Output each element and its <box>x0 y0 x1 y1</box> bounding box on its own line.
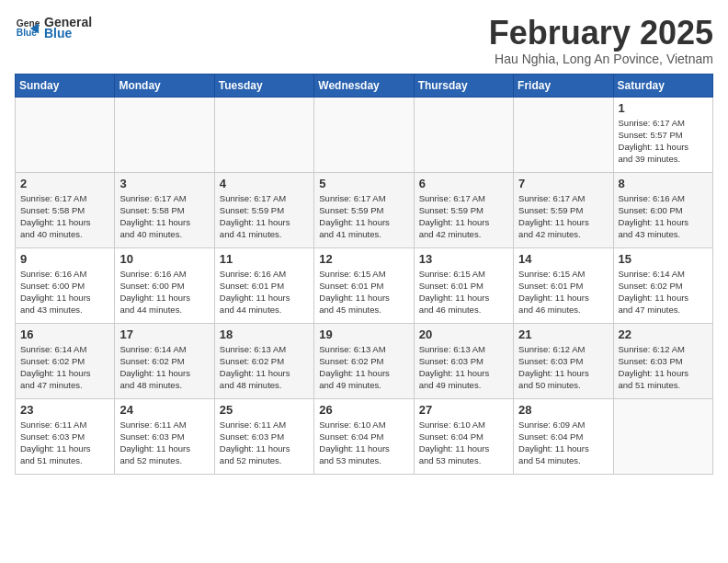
weekday-header-row: SundayMondayTuesdayWednesdayThursdayFrid… <box>16 74 713 97</box>
calendar-cell: 2Sunrise: 6:17 AM Sunset: 5:58 PM Daylig… <box>16 172 115 247</box>
day-info: Sunrise: 6:10 AM Sunset: 6:04 PM Dayligh… <box>319 419 408 467</box>
day-info: Sunrise: 6:17 AM Sunset: 5:58 PM Dayligh… <box>20 192 109 241</box>
day-number: 2 <box>20 177 109 190</box>
day-info: Sunrise: 6:15 AM Sunset: 6:01 PM Dayligh… <box>419 268 508 316</box>
day-number: 21 <box>518 327 608 341</box>
calendar-week-5: 23Sunrise: 6:11 AM Sunset: 6:03 PM Dayli… <box>16 398 713 474</box>
calendar-cell: 13Sunrise: 6:15 AM Sunset: 6:01 PM Dayli… <box>414 247 513 323</box>
calendar-cell: 22Sunrise: 6:12 AM Sunset: 6:03 PM Dayli… <box>613 323 712 398</box>
day-number: 18 <box>220 327 309 341</box>
month-title: February 2025 <box>489 15 713 52</box>
calendar-cell: 10Sunrise: 6:16 AM Sunset: 6:00 PM Dayli… <box>115 247 214 323</box>
day-info: Sunrise: 6:17 AM Sunset: 5:59 PM Dayligh… <box>518 192 608 241</box>
calendar-cell: 20Sunrise: 6:13 AM Sunset: 6:03 PM Dayli… <box>414 323 513 398</box>
day-number: 25 <box>220 403 309 417</box>
calendar-week-4: 16Sunrise: 6:14 AM Sunset: 6:02 PM Dayli… <box>16 323 713 398</box>
day-info: Sunrise: 6:16 AM Sunset: 6:00 PM Dayligh… <box>119 268 209 316</box>
svg-text:Blue: Blue <box>17 28 38 38</box>
day-info: Sunrise: 6:16 AM Sunset: 6:01 PM Dayligh… <box>220 268 309 316</box>
day-number: 6 <box>419 177 508 190</box>
day-number: 14 <box>518 252 608 266</box>
calendar-cell: 15Sunrise: 6:14 AM Sunset: 6:02 PM Dayli… <box>613 247 712 323</box>
calendar-cell: 11Sunrise: 6:16 AM Sunset: 6:01 PM Dayli… <box>214 247 313 323</box>
day-number: 9 <box>20 252 109 266</box>
calendar-cell: 4Sunrise: 6:17 AM Sunset: 5:59 PM Daylig… <box>214 172 313 247</box>
calendar-cell <box>514 97 613 172</box>
day-number: 7 <box>518 177 608 190</box>
calendar-cell <box>214 97 313 172</box>
day-number: 17 <box>119 327 209 341</box>
day-number: 28 <box>518 403 608 417</box>
day-info: Sunrise: 6:16 AM Sunset: 6:00 PM Dayligh… <box>619 192 708 241</box>
day-number: 22 <box>619 327 708 341</box>
day-info: Sunrise: 6:15 AM Sunset: 6:01 PM Dayligh… <box>319 268 408 316</box>
logo: General Blue General Blue <box>15 15 92 40</box>
weekday-header-saturday: Saturday <box>613 74 712 97</box>
day-info: Sunrise: 6:13 AM Sunset: 6:03 PM Dayligh… <box>419 343 508 392</box>
day-info: Sunrise: 6:11 AM Sunset: 6:03 PM Dayligh… <box>119 419 209 467</box>
day-number: 11 <box>220 252 309 266</box>
calendar-cell <box>613 398 712 474</box>
weekday-header-tuesday: Tuesday <box>214 74 313 97</box>
day-number: 23 <box>20 403 109 417</box>
calendar-cell: 8Sunrise: 6:16 AM Sunset: 6:00 PM Daylig… <box>613 172 712 247</box>
day-number: 10 <box>119 252 209 266</box>
day-info: Sunrise: 6:17 AM Sunset: 5:59 PM Dayligh… <box>220 192 309 241</box>
calendar-cell <box>115 97 214 172</box>
weekday-header-sunday: Sunday <box>16 74 115 97</box>
calendar-cell: 24Sunrise: 6:11 AM Sunset: 6:03 PM Dayli… <box>115 398 214 474</box>
calendar-cell: 21Sunrise: 6:12 AM Sunset: 6:03 PM Dayli… <box>514 323 613 398</box>
day-number: 20 <box>419 327 508 341</box>
calendar-cell: 16Sunrise: 6:14 AM Sunset: 6:02 PM Dayli… <box>16 323 115 398</box>
calendar-cell: 1Sunrise: 6:17 AM Sunset: 5:57 PM Daylig… <box>613 97 712 172</box>
day-info: Sunrise: 6:14 AM Sunset: 6:02 PM Dayligh… <box>619 268 708 316</box>
day-info: Sunrise: 6:13 AM Sunset: 6:02 PM Dayligh… <box>319 343 408 392</box>
location-subtitle: Hau Nghia, Long An Povince, Vietnam <box>489 52 713 66</box>
day-info: Sunrise: 6:16 AM Sunset: 6:00 PM Dayligh… <box>20 268 109 316</box>
day-info: Sunrise: 6:11 AM Sunset: 6:03 PM Dayligh… <box>20 419 109 467</box>
calendar-cell <box>414 97 513 172</box>
day-number: 26 <box>319 403 408 417</box>
calendar-cell: 27Sunrise: 6:10 AM Sunset: 6:04 PM Dayli… <box>414 398 513 474</box>
calendar-cell: 7Sunrise: 6:17 AM Sunset: 5:59 PM Daylig… <box>514 172 613 247</box>
calendar-cell: 3Sunrise: 6:17 AM Sunset: 5:58 PM Daylig… <box>115 172 214 247</box>
day-number: 27 <box>419 403 508 417</box>
day-number: 16 <box>20 327 109 341</box>
day-info: Sunrise: 6:14 AM Sunset: 6:02 PM Dayligh… <box>20 343 109 392</box>
calendar-cell: 12Sunrise: 6:15 AM Sunset: 6:01 PM Dayli… <box>314 247 414 323</box>
day-info: Sunrise: 6:12 AM Sunset: 6:03 PM Dayligh… <box>619 343 708 392</box>
calendar-cell: 19Sunrise: 6:13 AM Sunset: 6:02 PM Dayli… <box>314 323 414 398</box>
day-info: Sunrise: 6:13 AM Sunset: 6:02 PM Dayligh… <box>220 343 309 392</box>
day-number: 12 <box>319 252 408 266</box>
day-number: 13 <box>419 252 508 266</box>
logo-icon: General Blue <box>15 15 40 40</box>
calendar-cell: 17Sunrise: 6:14 AM Sunset: 6:02 PM Dayli… <box>115 323 214 398</box>
day-number: 8 <box>619 177 708 190</box>
page-header: General Blue General Blue February 2025 … <box>15 15 713 66</box>
day-number: 1 <box>619 101 708 115</box>
calendar-cell: 28Sunrise: 6:09 AM Sunset: 6:04 PM Dayli… <box>514 398 613 474</box>
calendar-week-2: 2Sunrise: 6:17 AM Sunset: 5:58 PM Daylig… <box>16 172 713 247</box>
calendar-cell: 23Sunrise: 6:11 AM Sunset: 6:03 PM Dayli… <box>16 398 115 474</box>
day-info: Sunrise: 6:12 AM Sunset: 6:03 PM Dayligh… <box>518 343 608 392</box>
day-info: Sunrise: 6:17 AM Sunset: 5:59 PM Dayligh… <box>419 192 508 241</box>
calendar-table: SundayMondayTuesdayWednesdayThursdayFrid… <box>15 74 713 475</box>
day-info: Sunrise: 6:17 AM Sunset: 5:57 PM Dayligh… <box>619 117 708 166</box>
weekday-header-monday: Monday <box>115 74 214 97</box>
weekday-header-friday: Friday <box>514 74 613 97</box>
day-number: 5 <box>319 177 408 190</box>
day-number: 24 <box>119 403 209 417</box>
calendar-cell: 6Sunrise: 6:17 AM Sunset: 5:59 PM Daylig… <box>414 172 513 247</box>
day-info: Sunrise: 6:09 AM Sunset: 6:04 PM Dayligh… <box>518 419 608 467</box>
calendar-cell: 9Sunrise: 6:16 AM Sunset: 6:00 PM Daylig… <box>16 247 115 323</box>
calendar-cell: 18Sunrise: 6:13 AM Sunset: 6:02 PM Dayli… <box>214 323 313 398</box>
calendar-cell <box>16 97 115 172</box>
calendar-week-3: 9Sunrise: 6:16 AM Sunset: 6:00 PM Daylig… <box>16 247 713 323</box>
day-number: 19 <box>319 327 408 341</box>
day-info: Sunrise: 6:14 AM Sunset: 6:02 PM Dayligh… <box>119 343 209 392</box>
title-area: February 2025 Hau Nghia, Long An Povince… <box>489 15 713 66</box>
calendar-cell: 26Sunrise: 6:10 AM Sunset: 6:04 PM Dayli… <box>314 398 414 474</box>
day-info: Sunrise: 6:11 AM Sunset: 6:03 PM Dayligh… <box>220 419 309 467</box>
weekday-header-thursday: Thursday <box>414 74 513 97</box>
calendar-week-1: 1Sunrise: 6:17 AM Sunset: 5:57 PM Daylig… <box>16 97 713 172</box>
